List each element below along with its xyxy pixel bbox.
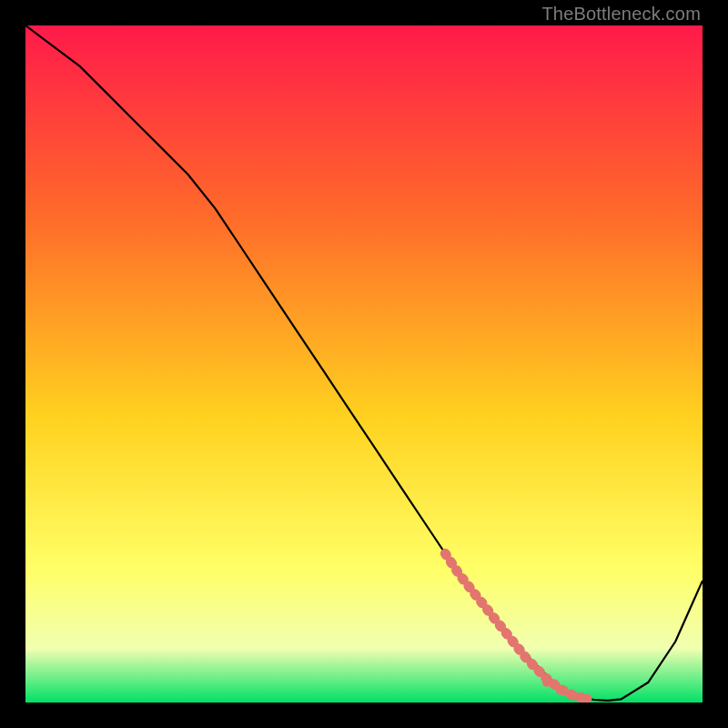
bottleneck-curve	[25, 25, 703, 701]
outer-frame: TheBottleneck.com	[0, 0, 728, 728]
optimal-dot	[556, 686, 565, 695]
optimal-dot	[542, 678, 551, 687]
plot-area	[25, 25, 703, 703]
watermark-text: TheBottleneck.com	[541, 4, 701, 25]
chart-overlay	[25, 25, 703, 703]
optimal-zone-dashed	[445, 553, 587, 699]
optimal-dot	[570, 692, 579, 701]
